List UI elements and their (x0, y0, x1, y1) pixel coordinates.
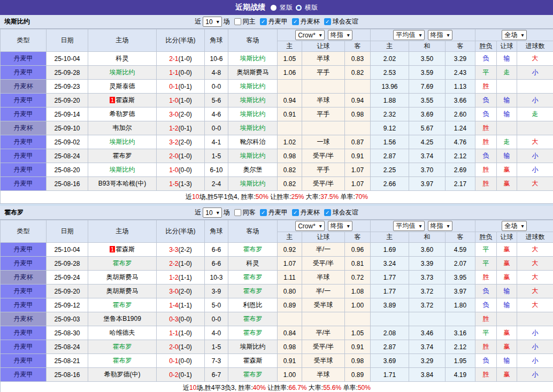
crow-final-select[interactable]: 终指▾ (328, 221, 352, 231)
summary-segment: 66.7% (288, 384, 306, 391)
chevron-down-icon: ▾ (319, 224, 322, 229)
league3-checkbox[interactable]: ✓ (324, 209, 331, 216)
col-score: 比分(半场) (157, 29, 205, 52)
crow-home-odds: 0.82 (278, 177, 302, 191)
match-row: 丹麦甲25-09-20奥胡斯费马3-0(2-0)3-9霍布罗0.80半/一1.0… (1, 285, 553, 298)
crow-home-odds: 0.91 (278, 354, 302, 368)
team-label: 埃斯比约 (240, 82, 266, 90)
crow-handicap (302, 312, 345, 326)
fulltime-score: 0-2 (169, 371, 178, 379)
team-name: 埃斯比约 (4, 17, 30, 26)
fulltime-score: 1-2 (169, 274, 178, 281)
date-cell: 25-09-24 (47, 271, 88, 285)
col-result-goals: 进球数 (517, 41, 553, 52)
date-cell: 25-09-20 (47, 94, 88, 107)
crow-final-select[interactable]: 终指▾ (328, 30, 352, 40)
scope-select[interactable]: 全场▾ (502, 221, 526, 231)
avg-away-odds: 1.80 (446, 298, 475, 312)
fulltime-score: 2-1 (169, 55, 178, 63)
summary-segment: 单率: (339, 193, 355, 201)
result-wl: 平 (475, 257, 497, 271)
league-type-cell: 丹麦甲 (1, 52, 47, 66)
avg-home-odds: 1.56 (371, 135, 409, 149)
league2-checkbox[interactable]: ✓ (292, 209, 299, 216)
avg-draw-odds: 4.25 (409, 135, 446, 149)
result-handicap (497, 312, 517, 326)
crow-company-select[interactable]: Crow*▾ (295, 221, 325, 231)
rank-badge: 1 (110, 246, 115, 252)
summary-segment: 10 (189, 384, 196, 391)
crow-company-select[interactable]: Crow*▾ (295, 30, 325, 40)
league-type-cell: 丹麦甲 (1, 177, 47, 191)
halftime-score: (1-1) (179, 274, 192, 281)
corner-cell: 1-5 (205, 340, 228, 354)
match-row: 丹麦甲25-09-28霍布罗2-2(1-0)6-6科灵1.07受平/半0.813… (1, 257, 553, 271)
halftime-score: (0-0) (179, 166, 192, 174)
crow-handicap: 半/一 (302, 243, 345, 257)
games-count-select[interactable]: 10 ▾ (203, 207, 221, 218)
avg-away-odds: 1.13 (446, 80, 475, 94)
halftime-score: (1-1) (179, 302, 192, 309)
date-cell: 25-09-14 (47, 107, 88, 121)
avg-source-select[interactable]: 平均值▾ (393, 30, 424, 40)
avg-away-odds: 2.12 (446, 149, 475, 163)
games-suffix-label: 场 (224, 208, 230, 217)
home-team-cell: 奥胡斯费马 (88, 285, 157, 298)
home-team-cell: 霍布罗 (88, 149, 157, 163)
league1-label: 丹麦甲 (268, 208, 288, 217)
radio-horizontal-label[interactable]: 横版 (305, 3, 318, 12)
date-cell: 25-09-10 (47, 121, 88, 135)
avg-final-select[interactable]: 终指▾ (428, 30, 452, 40)
result-goals: 小 (517, 354, 553, 368)
score-cell: 1-0(0-0) (157, 163, 205, 177)
same-home-checkbox[interactable] (234, 18, 241, 25)
col-result-goals: 进球数 (517, 232, 553, 243)
games-count-select[interactable]: 10 ▾ (203, 17, 221, 27)
away-team-cell: 霍布罗 (228, 368, 278, 382)
avg-home-odds: 1.69 (371, 243, 409, 257)
avg-away-odds: 4.76 (446, 135, 475, 149)
radio-horizontal[interactable] (296, 5, 302, 11)
team-label: B93哥本哈根(中) (98, 180, 146, 187)
league1-checkbox[interactable]: ✓ (260, 209, 267, 216)
away-team-cell: 埃斯比约 (228, 94, 278, 107)
radio-vertical[interactable] (271, 5, 276, 11)
avg-source-select[interactable]: 平均值▾ (393, 221, 424, 231)
away-team-cell: 利恩比 (228, 298, 278, 312)
avg-final-select[interactable]: 终指▾ (428, 221, 452, 231)
team-label: 霍布罗 (243, 315, 263, 322)
avg-draw-odds: 3.74 (409, 340, 446, 354)
home-team-cell: 灵斯泰德 (88, 80, 157, 94)
avg-away-odds: 2.07 (446, 257, 475, 271)
matches-table: 类型 日期 主场 比分(半场) 角球 客场 Crow*▾ 终指▾ 平均值▾ 终指… (0, 220, 553, 392)
league1-checkbox[interactable]: ✓ (260, 18, 267, 25)
league2-checkbox[interactable]: ✓ (292, 18, 299, 25)
team-controls-row: 霍布罗 近 10 ▾ 场 同客 ✓ 丹麦甲 ✓ 丹麦杯 ✓ 球会友谊 (0, 206, 553, 220)
crow-handicap: 受平/半 (302, 149, 345, 163)
result-goals: 小 (517, 66, 553, 80)
result-wl: 胜 (475, 271, 497, 285)
scope-select[interactable]: 全场▾ (502, 30, 526, 40)
chevron-down-icon: ▾ (521, 224, 524, 229)
crow-home-odds (278, 312, 302, 326)
col-away: 客场 (228, 220, 278, 243)
crow-away-odds: 1.07 (345, 177, 371, 191)
team-label: 霍森斯 (243, 357, 263, 364)
date-cell: 25-09-23 (47, 80, 88, 94)
avg-draw-odds: 3.59 (409, 66, 446, 80)
corner-cell: 10-3 (205, 271, 228, 285)
crow-handicap: 平手 (302, 66, 345, 80)
match-row: 丹麦甲25-09-28埃斯比约1-1(0-0)4-8奥胡斯费马1.06平手0.8… (1, 66, 553, 80)
league-type-cell: 丹麦甲 (1, 298, 47, 312)
date-cell: 25-09-28 (47, 66, 88, 80)
match-row: 丹麦杯25-09-23灵斯泰德0-1(0-1)0-0埃斯比约13.967.691… (1, 80, 553, 94)
radio-vertical-label[interactable]: 竖版 (280, 3, 293, 12)
layout-radio-group: 竖版 横版 (271, 3, 318, 12)
team-label: 奥胡斯费马 (106, 273, 139, 281)
same-away-checkbox[interactable] (234, 209, 241, 216)
result-goals: 小 (517, 163, 553, 177)
crow-away-odds: 0.98 (345, 354, 371, 368)
crow-handicap: 半/一 (302, 285, 345, 298)
league3-checkbox[interactable]: ✓ (324, 18, 331, 25)
league-type-cell: 丹麦甲 (1, 243, 47, 257)
